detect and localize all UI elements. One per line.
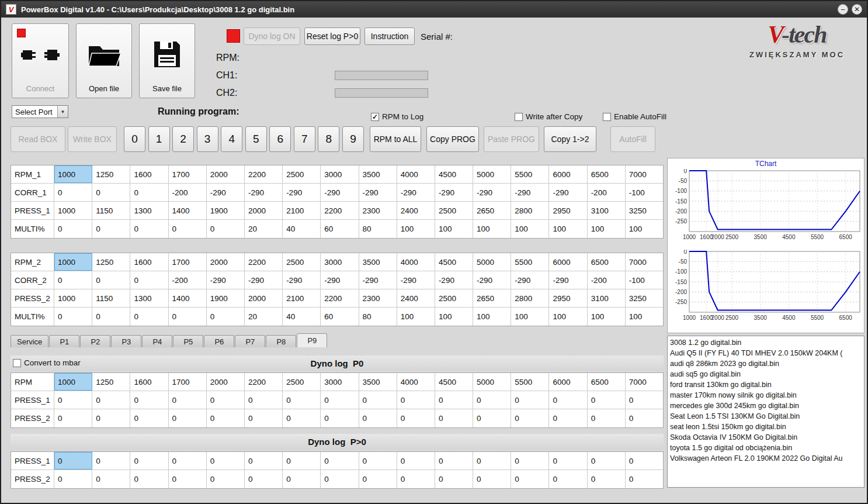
file-list-item[interactable]: audi sq5 go digital.bin (670, 369, 862, 379)
table-cell[interactable]: -290 (435, 184, 473, 201)
table-cell[interactable]: 100 (473, 220, 511, 238)
table-cell[interactable]: 1250 (92, 165, 130, 183)
table-cell[interactable]: 2200 (321, 202, 359, 219)
digit-button-2[interactable]: 2 (172, 126, 194, 152)
file-list-item[interactable]: Volkswagen Arteon FL 2.0 190KM 2022 Go D… (670, 453, 862, 464)
table-cell[interactable]: 0 (54, 271, 92, 289)
tab-service[interactable]: Service (11, 335, 48, 347)
table-cell[interactable]: 0 (54, 409, 92, 427)
table-cell[interactable]: 0 (54, 452, 92, 470)
table-cell[interactable]: 100 (549, 308, 587, 326)
table-cell[interactable]: 40 (283, 308, 321, 326)
tab-p9[interactable]: P9 (297, 333, 327, 347)
table-cell[interactable]: 1000 (54, 373, 92, 391)
table-cell[interactable]: 0 (207, 391, 245, 409)
table-cell[interactable]: -290 (283, 271, 321, 289)
table-cell[interactable]: 7000 (626, 253, 663, 271)
table-cell[interactable]: 0 (435, 452, 473, 470)
table-cell[interactable]: 100 (397, 220, 435, 238)
table-cell[interactable]: 0 (54, 220, 92, 238)
table-cell[interactable]: 1700 (169, 165, 207, 183)
table-cell[interactable]: 0 (169, 220, 207, 238)
table-cell[interactable]: 2950 (549, 202, 587, 219)
table-cell[interactable]: 1400 (169, 202, 207, 219)
table-cell[interactable]: 4500 (435, 253, 473, 271)
file-list-item[interactable]: mercedes gle 300d 245km go digital.bin (670, 401, 862, 411)
table-cell[interactable]: 0 (245, 391, 283, 409)
table-cell[interactable]: 0 (321, 391, 359, 409)
autofill-button[interactable]: AutoFill (610, 126, 655, 152)
close-button[interactable]: ✕ (852, 4, 862, 15)
table-cell[interactable]: -200 (588, 184, 626, 201)
table-cell[interactable]: 0 (130, 184, 168, 201)
table-cell[interactable]: -100 (626, 271, 663, 289)
write-box-button[interactable]: Write BOX (68, 126, 117, 152)
table-cell[interactable]: 0 (435, 470, 473, 488)
table-cell[interactable]: 0 (207, 220, 245, 238)
table-cell[interactable]: 2300 (359, 289, 397, 307)
table-cell[interactable]: 0 (169, 391, 207, 409)
table-cell[interactable]: 0 (130, 470, 168, 488)
table-cell[interactable]: 0 (588, 452, 626, 470)
digit-button-9[interactable]: 9 (342, 126, 364, 152)
table-cell[interactable]: 4500 (435, 165, 473, 183)
table-cell[interactable]: 2650 (473, 202, 511, 219)
table-cell[interactable]: 6000 (549, 253, 587, 271)
save-file-button[interactable]: Save file (139, 23, 195, 98)
table-cell[interactable]: 1600 (130, 373, 168, 391)
table-cell[interactable]: 2400 (397, 289, 435, 307)
table-cell[interactable]: 0 (626, 409, 663, 427)
table-cell[interactable]: 100 (588, 220, 626, 238)
connect-button[interactable]: Connect (12, 23, 69, 98)
file-list-item[interactable]: audi q8 286km 2023 go digital.bin (670, 358, 862, 369)
table-cell[interactable]: 2800 (511, 202, 549, 219)
table-cell[interactable]: 0 (207, 470, 245, 488)
table-cell[interactable]: 100 (549, 220, 587, 238)
table-cell[interactable]: 5500 (511, 165, 549, 183)
open-file-button[interactable]: Open file (76, 23, 132, 98)
table-cell[interactable]: 0 (321, 409, 359, 427)
table-cell[interactable]: 1250 (92, 253, 130, 271)
file-list-item[interactable]: ford transit 130km go digital.bin (670, 379, 862, 390)
table-cell[interactable]: -290 (321, 271, 359, 289)
table-cell[interactable]: 0 (283, 409, 321, 427)
instruction-button[interactable]: Instruction (364, 27, 415, 45)
table-cell[interactable]: 0 (549, 452, 587, 470)
table-cell[interactable]: 100 (511, 308, 549, 326)
table-cell[interactable]: 5500 (511, 373, 549, 391)
table-cell[interactable]: -290 (473, 184, 511, 201)
table-cell[interactable]: 2100 (283, 289, 321, 307)
table-cell[interactable]: 0 (169, 308, 207, 326)
table-cell[interactable]: 0 (397, 391, 435, 409)
table-cell[interactable]: -100 (626, 184, 663, 201)
copy-1-to-2-button[interactable]: Copy 1->2 (544, 126, 596, 152)
minimize-button[interactable]: – (838, 4, 848, 15)
table-cell[interactable]: -290 (397, 271, 435, 289)
table-cell[interactable]: -290 (511, 184, 549, 201)
digit-button-1[interactable]: 1 (148, 126, 170, 152)
table-cell[interactable]: 0 (130, 308, 168, 326)
select-port-dropdown[interactable]: Select Port ▼ (12, 105, 68, 118)
tab-p2[interactable]: P2 (80, 335, 110, 347)
digit-button-5[interactable]: 5 (245, 126, 267, 152)
tab-p3[interactable]: P3 (111, 335, 141, 347)
table-cell[interactable]: 100 (397, 308, 435, 326)
digit-button-4[interactable]: 4 (221, 126, 242, 152)
table-cell[interactable]: 2200 (245, 373, 283, 391)
convert-to-mbar-checkbox[interactable]: Convert to mbar (13, 358, 81, 367)
table-cell[interactable]: -200 (169, 184, 207, 201)
table-cell[interactable]: 100 (588, 308, 626, 326)
table-cell[interactable]: 0 (359, 452, 397, 470)
table-cell[interactable]: 0 (359, 470, 397, 488)
write-after-copy-checkbox[interactable]: Write after Copy (515, 112, 582, 121)
table-cell[interactable]: -290 (359, 184, 397, 201)
table-cell[interactable]: 0 (92, 470, 130, 488)
table-cell[interactable]: 0 (92, 452, 130, 470)
table-cell[interactable]: 60 (321, 308, 359, 326)
table-cell[interactable]: 0 (207, 308, 245, 326)
table-cell[interactable]: -290 (549, 271, 587, 289)
table-cell[interactable]: 4500 (435, 373, 473, 391)
table-cell[interactable]: 3500 (359, 373, 397, 391)
file-list-item[interactable]: Seat Leon 1.5 TSI 130KM Go Digital.bin (670, 411, 862, 422)
table-cell[interactable]: 5000 (473, 253, 511, 271)
